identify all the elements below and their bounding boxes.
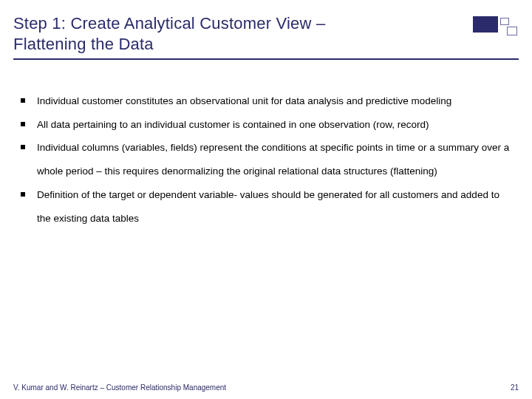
corner-logo (471, 13, 519, 40)
title-underline (13, 58, 519, 60)
page-number: 21 (511, 383, 519, 392)
bullet-item: All data pertaining to an individual cus… (16, 113, 513, 137)
logo-block-small-2 (507, 27, 517, 35)
slide-body: Individual customer constitutes an obser… (13, 89, 519, 230)
bullet-list: Individual customer constitutes an obser… (16, 89, 513, 230)
slide: Step 1: Create Analytical Customer View … (0, 0, 532, 399)
slide-footer: V. Kumar and W. Reinartz – Customer Rela… (13, 383, 519, 392)
bullet-item: Individual columns (variables, fields) r… (16, 136, 513, 183)
slide-title: Step 1: Create Analytical Customer View … (13, 13, 398, 54)
bullet-item: Individual customer constitutes an obser… (16, 89, 513, 113)
footer-credit: V. Kumar and W. Reinartz – Customer Rela… (13, 383, 226, 392)
logo-block-small-1 (500, 18, 509, 25)
logo-block-large (473, 16, 498, 33)
bullet-item: Definition of the target or dependent va… (16, 183, 513, 230)
